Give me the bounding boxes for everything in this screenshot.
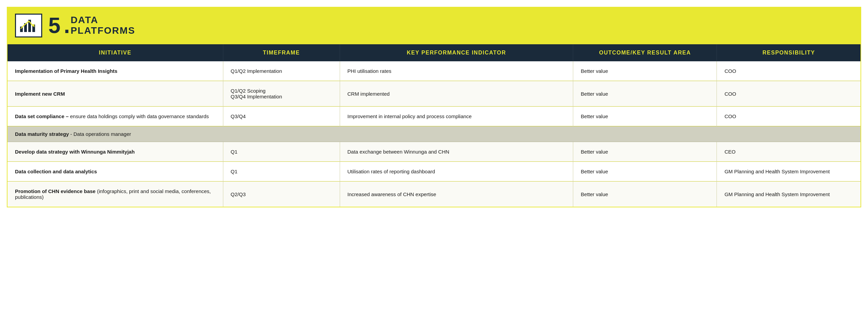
table-row: Develop data strategy with Winnunga Nimm… — [7, 142, 861, 162]
kpi-cell: PHI utilisation rates — [340, 61, 573, 81]
header-section: 5 . DATA PLATFORMS — [7, 7, 861, 44]
col-outcome: OUTCOME/KEY RESULT AREA — [573, 44, 717, 61]
col-initiative: INITIATIVE — [7, 44, 223, 61]
section-number: 5 — [48, 15, 61, 36]
initiative-bold: Promotion of CHN evidence base — [15, 188, 96, 194]
table-container: INITIATIVE TIMEFRAME KEY PERFORMANCE IND… — [7, 44, 861, 207]
initiative-cell: Data collection and data analytics — [7, 162, 223, 181]
initiative-cell: Implement new CRM — [7, 81, 223, 107]
outcome-cell: Better value — [573, 162, 717, 181]
section-header-normal: - Data operations manager — [69, 131, 131, 137]
header-title-line1: DATA — [70, 15, 135, 26]
timeframe-cell: Q1/Q2 ScopingQ3/Q4 Implementation — [223, 81, 340, 107]
table-row: Implement new CRM Q1/Q2 ScopingQ3/Q4 Imp… — [7, 81, 861, 107]
col-timeframe: TIMEFRAME — [223, 44, 340, 61]
responsibility-cell: COO — [717, 107, 861, 126]
table-row: Implementation of Primary Health Insight… — [7, 61, 861, 81]
section-header-cell: Data maturity strategy - Data operations… — [7, 126, 861, 142]
timeframe-cell: Q3/Q4 — [223, 107, 340, 126]
responsibility-cell: COO — [717, 61, 861, 81]
kpi-cell: Data exchange between Winnunga and CHN — [340, 142, 573, 162]
timeframe-cell: Q1/Q2 Implementation — [223, 61, 340, 81]
initiative-cell: Data set compliance – ensure data holdin… — [7, 107, 223, 126]
initiative-cell: Promotion of CHN evidence base (infograp… — [7, 181, 223, 207]
table-row: Promotion of CHN evidence base (infograp… — [7, 181, 861, 207]
header-title-block: DATA PLATFORMS — [70, 15, 135, 36]
kpi-cell: Improvement in internal policy and proce… — [340, 107, 573, 126]
header-icon-box — [15, 14, 42, 37]
initiative-bold: Implementation of Primary Health Insight… — [15, 68, 117, 74]
initiative-normal: ensure data holdings comply with data go… — [69, 113, 209, 119]
outcome-cell: Better value — [573, 181, 717, 207]
initiative-bold: Implement new CRM — [15, 91, 65, 97]
initiative-bold: Data collection and data analytics — [15, 169, 97, 174]
timeframe-cell: Q2/Q3 — [223, 181, 340, 207]
outcome-cell: Better value — [573, 61, 717, 81]
data-platforms-icon — [19, 17, 38, 34]
timeframe-cell: Q1 — [223, 142, 340, 162]
dot-separator: . — [64, 15, 70, 36]
table-row: Data collection and data analytics Q1 Ut… — [7, 162, 861, 181]
section-header-row: Data maturity strategy - Data operations… — [7, 126, 861, 142]
initiative-bold: Data set compliance – — [15, 113, 69, 119]
outcome-cell: Better value — [573, 107, 717, 126]
main-table: INITIATIVE TIMEFRAME KEY PERFORMANCE IND… — [7, 44, 861, 207]
outcome-cell: Better value — [573, 142, 717, 162]
table-row: Data set compliance – ensure data holdin… — [7, 107, 861, 126]
initiative-bold: Develop data strategy with Winnunga Nimm… — [15, 149, 135, 155]
col-responsibility: RESPONSIBILITY — [717, 44, 861, 61]
col-kpi: KEY PERFORMANCE INDICATOR — [340, 44, 573, 61]
responsibility-cell: GM Planning and Health System Improvemen… — [717, 181, 861, 207]
outcome-cell: Better value — [573, 81, 717, 107]
initiative-cell: Implementation of Primary Health Insight… — [7, 61, 223, 81]
timeframe-cell: Q1 — [223, 162, 340, 181]
responsibility-cell: COO — [717, 81, 861, 107]
kpi-cell: Utilisation rates of reporting dashboard — [340, 162, 573, 181]
responsibility-cell: CEO — [717, 142, 861, 162]
header-content: 5 . DATA PLATFORMS — [48, 15, 135, 36]
responsibility-cell: GM Planning and Health System Improvemen… — [717, 162, 861, 181]
initiative-cell: Develop data strategy with Winnunga Nimm… — [7, 142, 223, 162]
kpi-cell: CRM implemented — [340, 81, 573, 107]
kpi-cell: Increased awareness of CHN expertise — [340, 181, 573, 207]
page-wrapper: 5 . DATA PLATFORMS INITIATIVE TIMEFRAME — [0, 0, 868, 316]
table-header-row: INITIATIVE TIMEFRAME KEY PERFORMANCE IND… — [7, 44, 861, 61]
section-header-bold: Data maturity strategy — [15, 131, 69, 137]
header-title-line2: PLATFORMS — [70, 26, 135, 36]
